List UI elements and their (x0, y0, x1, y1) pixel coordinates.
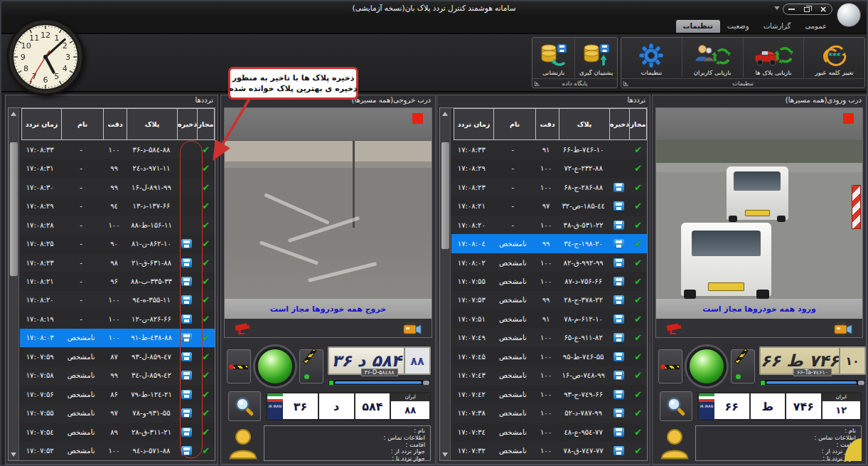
transit-row[interactable]: ✔۵۲-د-۷۸۷-۹۹۱۰۰نامشخص۱۷:۰۷:۳۸ (451, 404, 647, 423)
transit-row[interactable]: ✔۶۸-ج-۲۸۶-۸۸۱۰۰-۱۷:۰۸:۲۳ (451, 178, 647, 196)
open-gate-green-button[interactable] (255, 346, 295, 386)
col-save-header[interactable]: ذخیره (609, 108, 630, 140)
plate-region-box[interactable]: ایران ۱۲ (823, 393, 860, 419)
transit-row[interactable]: ✔۲۱-ق-۶۳۱-۸۸۹۸-۱۷:۰۸:۲۳ (20, 253, 215, 272)
transit-row[interactable]: ✔۲۸-ج-۳۷۸-۲۲۹۹نامشخص۱۷:۰۷:۵۳ (451, 291, 647, 309)
close-gate-button[interactable] (227, 349, 251, 383)
zoom-plate-button[interactable] (660, 391, 692, 421)
transit-row[interactable]: ✔۸۸-ط-۱۵۶-۱۱۱۰۰-۱۷:۰۸:۲۸ (20, 216, 215, 234)
database-reset-button[interactable]: بازنشانی (532, 38, 574, 78)
save-cell (609, 385, 629, 403)
transit-row[interactable]: ✔۳٤-ل-۸۵۹-٤۲۹۹نامشخص۱۷:۰۷:۵۸ (20, 366, 215, 385)
allowed-cell: ✔ (629, 423, 647, 441)
transit-row[interactable]: ✔۷۹-ط-۱۲٤-۲۱۸۶نامشخص۱۷:۰۷:۵۶ (20, 385, 215, 403)
app-orb-button[interactable] (837, 3, 861, 27)
transit-row[interactable]: ✔۷۲-ع-۲۳۲-۸۸۱۰۰-۱۷:۰۸:۲۹ (451, 159, 647, 177)
tab-status[interactable]: وضعیت (720, 20, 756, 33)
scroll-up-icon[interactable] (11, 112, 16, 116)
name-cell: نامشخص (60, 329, 102, 347)
open-gate-button[interactable] (299, 349, 323, 383)
restore-button[interactable] (804, 7, 810, 12)
transit-row[interactable]: ✔۱۶-ل-۸۹۱-۹۹۹۹-۱۷:۰۸:۳۰ (20, 178, 215, 196)
transit-row[interactable]: ✔۸۲-ق-۹۹۲-۹۹۱۰۰نامشخص۱۷:۰۸:۰۲ (451, 253, 647, 272)
save-cell (177, 309, 198, 328)
transit-row[interactable]: ✔۸۱-ن-۸۶۲-۱۰۹۰-۱۷:۰۸:۲۵ (20, 234, 215, 253)
col-accuracy-header[interactable]: دقت (103, 108, 127, 140)
scroll-up-icon[interactable] (442, 112, 448, 116)
plate-two-digit-box[interactable]: ۶۶ (714, 393, 751, 419)
time-cell: ۱۷:۰۷:٤۵ (451, 347, 492, 366)
plate-letter-box[interactable]: د (319, 393, 355, 419)
col-allowed-header[interactable]: مجاز (197, 108, 215, 140)
svg-text:11: 11 (29, 33, 39, 43)
transit-row[interactable]: ✔۸۷-د-۷۵۶-۶۶۱۰۰نامشخص۱۷:۰۷:۵۵ (451, 272, 647, 290)
open-gate-button[interactable] (731, 349, 755, 383)
entry-table-scrollbar[interactable] (440, 108, 451, 460)
titlebar: سامانه هوشمند کنترل تردد پلاک بان(نسخه آ… (1, 1, 867, 17)
transit-row[interactable]: ✔۱۲-ن-۸۲۶-۶۶۱۰۰-۱۷:۰۸:۱۹ (20, 309, 215, 328)
transit-row[interactable]: ✔۳۲-ص-۱۸۵-٤٤۹۷-۱۷:۰۸:۲۱ (451, 196, 647, 215)
plate-three-digit-box[interactable]: ۵۸۴ (355, 393, 392, 419)
tab-settings[interactable]: تنظیمات (676, 20, 720, 33)
close-button[interactable]: × (820, 6, 827, 13)
col-time-header[interactable]: زمان تردد (454, 108, 494, 140)
col-name-header[interactable]: نام (61, 108, 104, 140)
open-gate-green-button[interactable] (687, 346, 727, 386)
recover-plates-button[interactable]: بازیابی پلاک ها (743, 38, 804, 78)
transit-row[interactable]: ✔۶۶-ط-۷٤۶-۱۰۹۱-۱۷:۰۸:۳۳ (451, 140, 647, 159)
scroll-down-icon[interactable] (11, 452, 16, 457)
accuracy-cell: ۹۷ (102, 404, 127, 423)
col-time-header[interactable]: زمان تردد (21, 108, 62, 140)
transit-row[interactable]: ✔۱۶-ص-۷٤۸-۹۹۱۰۰نامشخص۱۷:۰۷:٤۳ (451, 366, 647, 385)
transit-row[interactable]: ✔۹٤-د-۵۷۱-۸۸۱۰۰نامشخص۱۷:۰۷:۵۲ (20, 442, 215, 460)
col-name-header[interactable]: نام (493, 108, 536, 140)
col-accuracy-header[interactable]: دقت (535, 108, 559, 140)
scroll-down-icon[interactable] (442, 452, 448, 457)
close-gate-button[interactable] (658, 349, 682, 383)
plate-three-digit-box[interactable]: ۷۴۶ (786, 393, 823, 419)
minimize-button[interactable] (788, 9, 795, 10)
transit-row[interactable]: ✔۹۳-ل-۸۵۹-٤۷۸۷نامشخص۱۷:۰۷:۵۹ (20, 347, 215, 366)
recover-users-button[interactable]: بازیابی کاربران (682, 38, 743, 78)
plate-letter-box[interactable]: ط (751, 393, 787, 419)
video-camera-icon[interactable] (402, 321, 422, 335)
transit-row[interactable]: ✔۲٤-د-۹۷۱-۱۱۹۹-۱۷:۰۸:۳۱ (20, 159, 215, 177)
cctv-camera-icon[interactable] (235, 321, 252, 335)
video-camera-icon[interactable] (832, 321, 852, 335)
transit-row[interactable]: ✔۷۸-م-۶۱۲-۱۰۹۱نامشخص۱۷:۰۷:۵۱ (451, 309, 647, 328)
transit-row[interactable]: ✔۷۸-ق-۷٤۷-۷۷۱۰۰نامشخص۱۷:۰۷:۳۲ (451, 442, 647, 460)
scrollbar-thumb[interactable] (441, 142, 449, 249)
col-plate-header[interactable]: پلاک (559, 108, 610, 140)
transit-row[interactable]: ✔۱۳-د-۱۳۷-۶۶۹٤-۱۷:۰۸:۲۹ (20, 196, 215, 215)
scrollbar-thumb[interactable] (10, 142, 18, 276)
dialog-launcher-icon[interactable] (535, 81, 540, 86)
col-save-header[interactable]: ذخیره (177, 108, 198, 140)
transit-row[interactable]: ✔۶۵-ع-۹۱۱-۸۲۱۰۰نامشخص۱۷:۰۷:٤۹ (451, 329, 647, 347)
plate-region-box[interactable]: ایران ۸۸ (391, 393, 429, 419)
transit-row[interactable]: ✔۲۸-ق-۳۱۱-۲۱۸۹نامشخص۱۷:۰۷:۵٤ (20, 423, 215, 441)
quick-access-icon[interactable] (774, 6, 780, 10)
settings-button[interactable]: تنظیمات (621, 38, 682, 78)
transit-row[interactable]: ✔۹٤-ه-۳۵۵-۱۱۱۰۰-۱۷:۰۸:۲۰ (20, 291, 215, 309)
database-backup-button[interactable]: پشتیبان گیری (574, 38, 617, 78)
exit-table-scrollbar[interactable] (9, 108, 19, 460)
transit-row[interactable]: ✔۸۸-ب-۳۳۵-۳۳۹۶-۱۷:۰۸:۲۱ (20, 272, 215, 290)
transit-row[interactable]: ✔٤۸-ع-۹۵٤-۷۷۱۰۰نامشخص۱۷:۰۷:۳٤ (451, 423, 647, 441)
transit-row[interactable]: ✔۹۵-ط-۷٤۶-۵۵۱۰۰نامشخص۱۷:۰۷:٤۵ (451, 347, 647, 366)
col-allowed-header[interactable]: مجاز (629, 108, 647, 140)
change-password-button[interactable]: *** تغییر کلمه عبور (803, 38, 864, 78)
transit-row[interactable]: ✔۹۳-ج-۷٤۹-۶۶۱۰۰نامشخص۱۷:۰۷:٤۲ (451, 385, 647, 403)
tab-reports[interactable]: گزارشات (756, 20, 798, 33)
save-cell (177, 253, 198, 272)
transit-row[interactable]: ✔۷۸-و-۹۳۱-۵۵۹۷نامشخص۱۷:۰۷:۵۵ (20, 404, 215, 423)
tab-general[interactable]: عمومی (798, 20, 834, 33)
transit-row[interactable]: ✔۳۸-ق-۵۳۱-۲۲۱۰۰-۱۷:۰۸:۲۰ (451, 216, 647, 234)
transit-row[interactable]: ✔۹۱-ط-٤۳۸-۸۸۱۰۰نامشخص۱۷:۰۸:۰۳ (20, 329, 215, 347)
transit-row[interactable]: ✔۳۶-د-۵۸٤-۸۸۱۰۰-۱۷:۰۸:۳۳ (20, 140, 215, 159)
dialog-launcher-icon[interactable] (623, 81, 628, 86)
cctv-camera-icon[interactable] (666, 321, 683, 335)
plate-two-digit-box[interactable]: ۳۶ (283, 393, 319, 419)
transit-row[interactable]: ✔۳٤-ج-۱۹۸-۲۰۹۹نامشخص۱۷:۰۸:۰٤ (451, 234, 647, 253)
col-plate-header[interactable]: پلاک (127, 108, 178, 140)
zoom-plate-button[interactable] (228, 391, 261, 421)
